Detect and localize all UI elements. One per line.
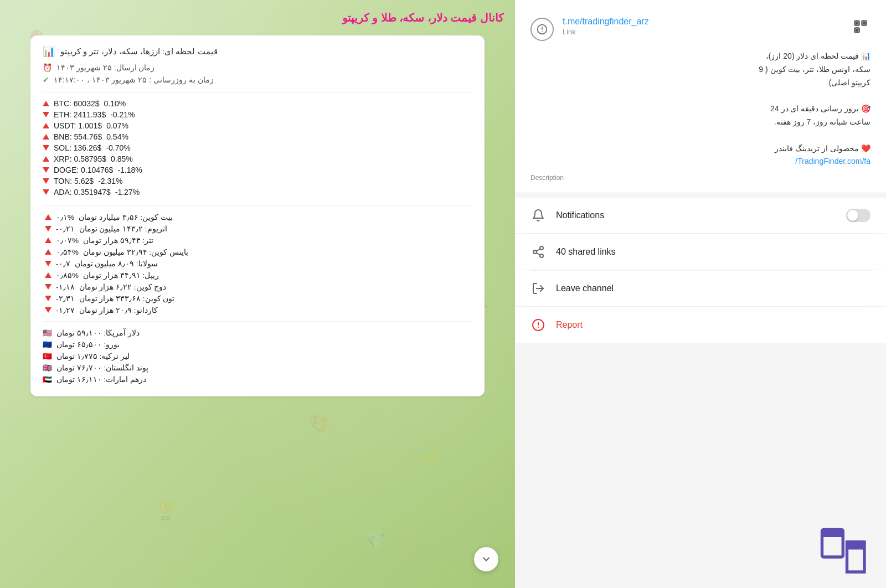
xrp-change: 0.85% bbox=[111, 154, 133, 163]
currency-eur: یورو: ۶۵٫۵۰۰ تومان 🇪🇺 bbox=[43, 340, 472, 349]
leave-icon bbox=[530, 281, 546, 296]
toman-doge-change: ۱٫۱۸- bbox=[56, 282, 75, 291]
toman-btc: بیت کوین: ۳٫۵۶ میلیارد تومان ۰٫۱% bbox=[43, 213, 472, 221]
xrp-price: XRP: 0.58795$ bbox=[54, 154, 106, 163]
divider-1 bbox=[43, 92, 472, 92]
sol-arrow bbox=[43, 145, 49, 151]
currency-usd: دلار آمریکا: ۵۹٫۱۰۰ تومان 🇺🇸 bbox=[43, 328, 472, 337]
checkmark-icon: ✔ bbox=[43, 75, 49, 84]
usdt-price: USDT: 1.001$ bbox=[54, 121, 102, 130]
channel-description: 📊 قیمت لحظه ای دلار (20 ارز)، سکه، اونس … bbox=[530, 50, 870, 168]
eth-change: -0.21% bbox=[110, 110, 135, 119]
eu-flag: 🇪🇺 bbox=[43, 340, 52, 349]
toman-doge-text: دوج کوین: ۶٫۲۲ هزار تومان bbox=[79, 282, 167, 291]
send-time-text: زمان ارسال: ۲۵ شهریور ۱۴۰۳ bbox=[56, 63, 154, 72]
toman-doge-arrow bbox=[45, 284, 51, 290]
toman-ada: کاردانو: ۲۰٫۹ هزار تومان ۱٫۲۷- bbox=[43, 306, 472, 314]
currency-gbp: پوند انگلستان: ۷۶٫۷۰۰ تومان 🇬🇧 bbox=[43, 363, 472, 372]
doge-price: DOGE: 0.10476$ bbox=[54, 166, 113, 174]
toman-bnb-arrow bbox=[45, 249, 51, 255]
send-time: زمان ارسال: ۲۵ شهریور ۱۴۰۳ ⏰ bbox=[43, 63, 472, 72]
toman-sol: سولانا: ۸٫۰۹ میلیون تومان ۰٫۷- bbox=[43, 259, 472, 268]
update-time: زمان به روزرسانی : ۲۵ شهریور ۱۴۰۳ ، ۱۴:۱… bbox=[43, 75, 472, 84]
divider-3 bbox=[43, 321, 472, 322]
channel-link[interactable]: t.me/tradingfinder_arz bbox=[563, 17, 842, 27]
report-item[interactable]: Report bbox=[515, 307, 886, 343]
clock-icon: ⏰ bbox=[43, 63, 52, 72]
ton-arrow bbox=[43, 178, 49, 184]
btc-arrow bbox=[43, 101, 49, 106]
price-row-doge: DOGE: 0.10476$ -1.18% bbox=[43, 166, 472, 174]
toman-btc-arrow bbox=[45, 214, 51, 220]
info-icon bbox=[530, 18, 554, 41]
chat-panel: 🎈 🌟 ✏️ 🦋 🌸 ⭐ 🎠 🌿 🎨 🌙 🏆 💎 کانال قیمت دلار… bbox=[0, 0, 515, 588]
eur-text: یورو: ۶۵٫۵۰۰ تومان bbox=[56, 340, 120, 349]
desc-line4: 🎯 بروز رسانی دقیقه ای در 24 bbox=[530, 102, 870, 116]
us-flag: 🇺🇸 bbox=[43, 328, 52, 337]
gb-flag: 🇬🇧 bbox=[43, 363, 52, 372]
toman-ada-arrow bbox=[45, 307, 51, 313]
eth-arrow bbox=[43, 112, 49, 117]
svg-line-22 bbox=[537, 249, 540, 251]
btc-price: BTC: 60032$ bbox=[54, 99, 100, 108]
toman-bnb-text: باینس کوین: ۳۲٫۹۴ میلیون تومان bbox=[83, 247, 188, 256]
toman-bnb-change: ۰٫۵۴% bbox=[56, 247, 79, 256]
link-type: Link bbox=[563, 28, 842, 36]
desc-line1: 📊 قیمت لحظه ای دلار (20 ارز)، bbox=[530, 50, 870, 63]
toman-eth-text: اتریوم: ۱۴۳٫۲ میلیون تومان bbox=[79, 224, 167, 233]
crypto-prices-usd: BTC: 60032$ 0.10% ETH: 2411.93$ -0.21% U… bbox=[43, 99, 472, 197]
desc-line6: ❤️ محصولی از تریدینگ فایندر bbox=[530, 142, 870, 156]
desc-line2: سکه، اونس طلا، تتر، بیت کوین ( 9 bbox=[530, 63, 870, 76]
desc-line5: ساعت شبانه روز، 7 روز هفته. bbox=[530, 116, 870, 129]
scroll-down-button[interactable] bbox=[474, 547, 498, 571]
aed-text: درهم امارات: ۱۶٫۱۱۰ تومان bbox=[56, 375, 146, 384]
logo-area bbox=[515, 505, 886, 588]
bnb-change: 0.54% bbox=[106, 132, 128, 141]
price-row-usdt: USDT: 1.001$ 0.07% bbox=[43, 121, 472, 130]
notifications-item[interactable]: Notifications bbox=[515, 198, 886, 234]
price-row-btc: BTC: 60032$ 0.10% bbox=[43, 99, 472, 108]
toman-eth-change: ۰٫۲۱- bbox=[56, 224, 75, 233]
svg-rect-29 bbox=[847, 542, 865, 550]
report-label: Report bbox=[556, 320, 870, 330]
toman-ton: تون کوین: ۳۳۳٫۶۸ هزار تومان ۲٫۳۱- bbox=[43, 294, 472, 303]
svg-rect-28 bbox=[822, 530, 843, 538]
gbp-text: پوند انگلستان: ۷۶٫۷۰۰ تومان bbox=[56, 363, 148, 372]
toman-prices: بیت کوین: ۳٫۵۶ میلیارد تومان ۰٫۱% اتریوم… bbox=[43, 213, 472, 314]
ae-flag: 🇦🇪 bbox=[43, 375, 52, 384]
leave-channel-item[interactable]: Leave channel bbox=[515, 271, 886, 307]
toman-ton-change: ۲٫۳۱- bbox=[56, 294, 75, 303]
ada-arrow bbox=[43, 189, 49, 195]
update-time-text: زمان به روزرسانی : ۲۵ شهریور ۱۴۰۳ ، ۱۴:۱… bbox=[54, 75, 214, 84]
trading-finder-link[interactable]: /TradingFinder.com/fa bbox=[795, 155, 870, 168]
usdt-change: 0.07% bbox=[106, 121, 128, 130]
svg-rect-6 bbox=[856, 22, 858, 24]
toman-tether-text: تتر: ۵۹٫۴۳ هزار تومان bbox=[83, 236, 153, 245]
price-row-eth: ETH: 2411.93$ -0.21% bbox=[43, 110, 472, 119]
price-row-ada: ADA: 0.351947$ -1.27% bbox=[43, 188, 472, 197]
chart-icon: 📊 bbox=[43, 45, 55, 58]
svg-line-21 bbox=[537, 253, 540, 255]
price-row-sol: SOL: 136.26$ -0.70% bbox=[43, 143, 472, 152]
report-icon bbox=[530, 317, 546, 333]
info-items-list: Notifications 40 shared links bbox=[515, 198, 886, 343]
toman-xrp-text: ریپل: ۳۴٫۹۱ هزار تومان bbox=[83, 271, 159, 280]
bnb-price: BNB: 554.76$ bbox=[54, 132, 102, 141]
currency-try: لیر ترکیه: ۱٫۷۷۵ تومان 🇹🇷 bbox=[43, 352, 472, 360]
usd-text: دلار آمریکا: ۵۹٫۱۰۰ تومان bbox=[56, 328, 140, 337]
sol-price: SOL: 136.26$ bbox=[54, 143, 101, 152]
ton-change: -2.31% bbox=[98, 177, 122, 185]
toman-eth: اتریوم: ۱۴۳٫۲ میلیون تومان ۰٫۲۱- bbox=[43, 224, 472, 233]
svg-rect-7 bbox=[863, 22, 866, 24]
qr-icon[interactable] bbox=[851, 17, 870, 37]
notifications-label: Notifications bbox=[556, 210, 836, 220]
notifications-toggle[interactable] bbox=[846, 209, 870, 222]
message-title: قیمت لحظه ای: ارزها، سکه، دلار، تتر و کر… bbox=[60, 47, 218, 56]
currency-aed: درهم امارات: ۱۶٫۱۱۰ تومان 🇦🇪 bbox=[43, 375, 472, 384]
shared-links-item[interactable]: 40 shared links bbox=[515, 234, 886, 270]
toman-tether-change: ۰٫۰۷% bbox=[56, 236, 79, 245]
ada-change: -1.27% bbox=[115, 188, 140, 197]
divider-2 bbox=[43, 205, 472, 206]
toman-xrp: ریپل: ۳۴٫۹۱ هزار تومان ۰٫۸۵% bbox=[43, 271, 472, 280]
btc-change: 0.10% bbox=[104, 99, 126, 108]
